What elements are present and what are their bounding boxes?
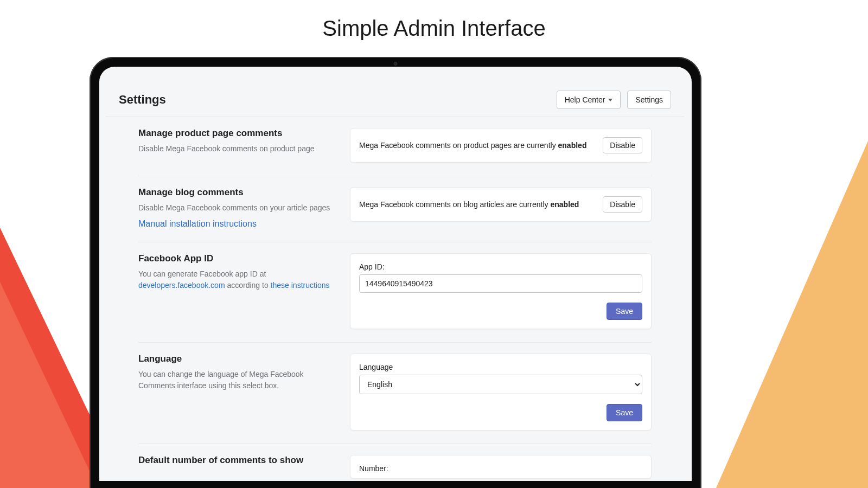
app-id-input[interactable] [359, 274, 642, 293]
section-app-id: Facebook App ID You can generate Faceboo… [138, 242, 652, 343]
product-comments-title: Manage product page comments [138, 128, 334, 139]
laptop-screen: Settings Help Center Settings Manage pro… [99, 67, 692, 481]
blog-comments-desc: Disable Mega Facebook comments on your a… [138, 202, 334, 214]
developers-facebook-link[interactable]: developers.facebook.com [138, 281, 225, 290]
product-status-prefix: Mega Facebook comments on product pages … [359, 141, 558, 150]
disable-blog-comments-button[interactable]: Disable [603, 196, 642, 213]
app-id-title: Facebook App ID [138, 253, 334, 264]
app-id-desc-mid: according to [225, 281, 271, 290]
product-comments-status: Mega Facebook comments on product pages … [359, 141, 586, 150]
blog-status-prefix: Mega Facebook comments on blog articles … [359, 200, 551, 209]
app-id-desc-prefix: You can generate Facebook app ID at [138, 269, 266, 278]
page-header: Settings Help Center Settings [106, 83, 684, 117]
comment-count-card: Number: [350, 455, 652, 479]
blog-comments-card: Mega Facebook comments on blog articles … [350, 187, 652, 222]
comment-count-title: Default number of comments to show [138, 455, 334, 466]
disable-product-comments-button[interactable]: Disable [603, 137, 642, 153]
app-id-card: App ID: Save [350, 253, 652, 329]
app-id-field-label: App ID: [359, 262, 642, 271]
app-id-instructions-link[interactable]: these instructions [271, 281, 330, 290]
product-comments-desc: Disable Mega Facebook comments on produc… [138, 143, 334, 155]
bg-accent-left-inner [0, 282, 98, 488]
save-language-button[interactable]: Save [607, 404, 642, 421]
section-blog-comments: Manage blog comments Disable Mega Facebo… [138, 176, 652, 242]
language-select[interactable]: English [359, 375, 642, 394]
language-desc: You can change the language of Mega Face… [138, 369, 334, 391]
blog-comments-title: Manage blog comments [138, 187, 334, 198]
bg-accent-right [716, 141, 868, 488]
blog-status-value: enabled [551, 200, 579, 209]
admin-page[interactable]: Settings Help Center Settings Manage pro… [106, 83, 684, 481]
product-comments-card: Mega Facebook comments on product pages … [350, 128, 652, 163]
laptop-frame: Settings Help Center Settings Manage pro… [90, 57, 701, 488]
save-app-id-button[interactable]: Save [607, 303, 642, 320]
section-language: Language You can change the language of … [138, 343, 652, 444]
help-center-button[interactable]: Help Center [557, 91, 621, 109]
section-comment-count: Default number of comments to show Numbe… [138, 444, 652, 481]
page-title: Settings [119, 93, 166, 107]
chevron-down-icon [608, 99, 612, 101]
app-id-desc: You can generate Facebook app ID at deve… [138, 268, 334, 291]
manual-install-link[interactable]: Manual installation instructions [138, 219, 257, 228]
help-center-label: Help Center [565, 95, 605, 104]
hero-title: Simple Admin Interface [0, 16, 868, 41]
section-product-comments: Manage product page comments Disable Meg… [138, 117, 652, 176]
settings-button[interactable]: Settings [627, 91, 671, 109]
header-actions: Help Center Settings [557, 91, 671, 109]
language-field-label: Language [359, 363, 642, 371]
language-card: Language English Save [350, 354, 652, 431]
language-title: Language [138, 354, 334, 364]
product-status-value: enabled [558, 141, 587, 150]
comment-count-field-label: Number: [359, 464, 642, 473]
laptop-camera-icon [394, 62, 398, 66]
settings-content: Manage product page comments Disable Meg… [106, 117, 684, 481]
blog-comments-status: Mega Facebook comments on blog articles … [359, 200, 579, 209]
